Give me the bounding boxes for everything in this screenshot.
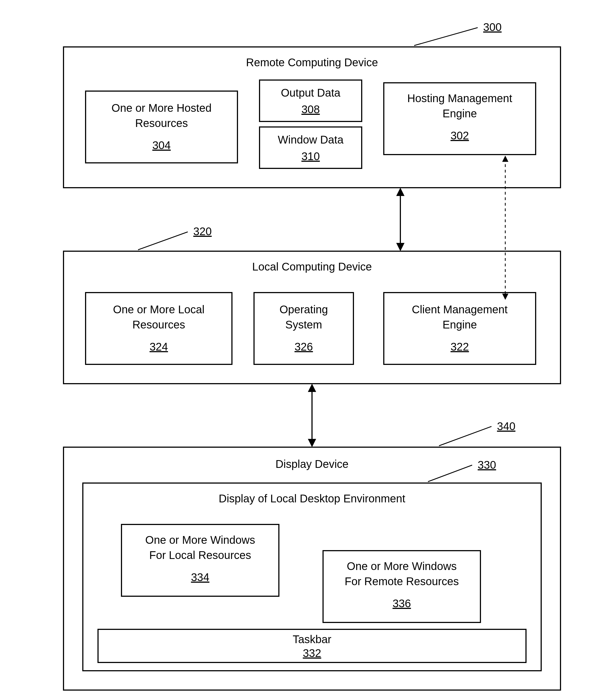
display-title: Display Device xyxy=(275,458,349,470)
svg-text:334: 334 xyxy=(191,571,210,583)
svg-text:For Remote Resources: For Remote Resources xyxy=(345,575,459,587)
desktop-ref: 330 xyxy=(478,459,496,471)
svg-line-1 xyxy=(414,28,478,46)
local-ref: 320 xyxy=(193,225,212,237)
remote-title: Remote Computing Device xyxy=(246,56,378,68)
svg-text:Engine: Engine xyxy=(443,108,477,120)
svg-text:One or More Windows: One or More Windows xyxy=(347,560,457,572)
svg-text:Output Data: Output Data xyxy=(281,87,341,99)
client-mgmt-engine-box: Client Management Engine 322 xyxy=(384,292,535,364)
remote-device-box: 300 Remote Computing Device One or More … xyxy=(63,21,560,188)
display-device-box: 340 Display Device 330 Display of Local … xyxy=(63,420,560,690)
local-resources-box: One or More Local Resources 324 xyxy=(86,292,232,364)
svg-text:One or More Windows: One or More Windows xyxy=(145,534,255,546)
svg-line-17 xyxy=(138,232,188,250)
display-ref: 340 xyxy=(497,420,516,432)
svg-text:System: System xyxy=(285,318,322,331)
svg-text:Resources: Resources xyxy=(135,117,188,129)
svg-text:332: 332 xyxy=(303,647,321,659)
svg-text:302: 302 xyxy=(451,129,469,141)
svg-text:Resources: Resources xyxy=(132,318,185,331)
svg-line-33 xyxy=(428,465,472,482)
window-data-box: Window Data 310 xyxy=(260,127,362,168)
taskbar-box: Taskbar 332 xyxy=(98,629,526,662)
svg-text:Taskbar: Taskbar xyxy=(293,633,331,645)
svg-text:Operating: Operating xyxy=(280,303,328,315)
svg-text:336: 336 xyxy=(393,597,411,610)
svg-text:310: 310 xyxy=(301,150,320,162)
svg-text:Window Data: Window Data xyxy=(278,134,344,146)
svg-text:Client Management: Client Management xyxy=(412,303,508,315)
desktop-title: Display of Local Desktop Environment xyxy=(219,492,405,504)
hosted-resources-box: One or More Hosted Resources 304 xyxy=(86,91,237,163)
hosting-mgmt-engine-box: Hosting Management Engine 302 xyxy=(384,83,535,154)
svg-text:Engine: Engine xyxy=(443,318,477,331)
svg-text:322: 322 xyxy=(451,341,469,353)
svg-text:For Local Resources: For Local Resources xyxy=(149,549,251,561)
desktop-env-box: 330 Display of Local Desktop Environment… xyxy=(83,459,541,671)
svg-line-31 xyxy=(439,426,492,446)
local-device-box: 320 Local Computing Device One or More L… xyxy=(63,225,560,384)
output-data-box: Output Data 308 xyxy=(260,80,362,122)
svg-text:326: 326 xyxy=(295,341,313,353)
svg-text:One or More Local: One or More Local xyxy=(113,303,204,315)
remote-ref: 300 xyxy=(483,21,502,33)
svg-text:324: 324 xyxy=(150,341,168,353)
operating-system-box: Operating System 326 xyxy=(254,292,354,364)
svg-text:304: 304 xyxy=(152,139,171,151)
windows-remote-box: One or More Windows For Remote Resources… xyxy=(323,551,480,623)
svg-text:308: 308 xyxy=(301,103,320,115)
svg-text:Hosting Management: Hosting Management xyxy=(407,92,512,104)
svg-text:One or More Hosted: One or More Hosted xyxy=(112,102,211,114)
windows-local-box: One or More Windows For Local Resources … xyxy=(122,524,279,596)
local-title: Local Computing Device xyxy=(252,261,372,273)
